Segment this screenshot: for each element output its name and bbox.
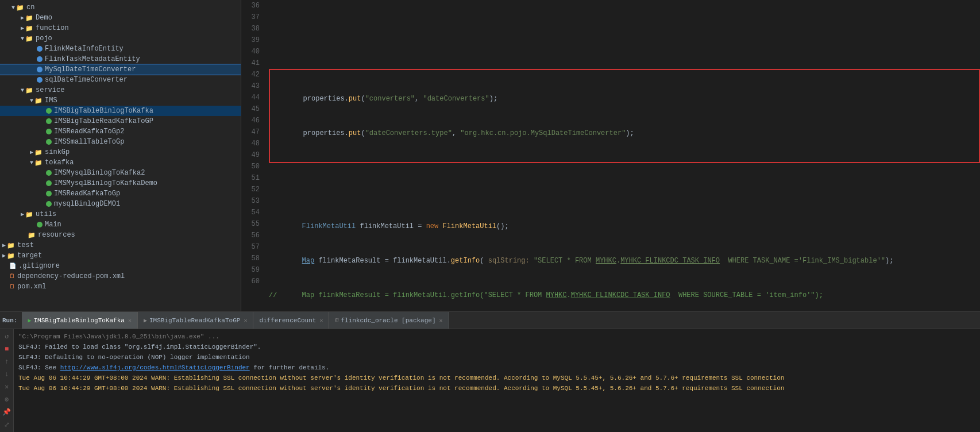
class-icon-ims-read-kafka-gp (46, 191, 52, 196)
tree-label-imsbig-binlog: IMSBigTableBinlogToKafka (54, 107, 153, 115)
tree-label-flinktaskmetadataentity: FlinkTaskMetadataEntity (45, 55, 140, 63)
scroll-up-button[interactable]: ↑ (2, 357, 12, 367)
tree-item-flinkmetainfoentity[interactable]: FlinkMetaInfoEntity (0, 44, 241, 54)
run-output-line-5: Tue Aug 06 10:44:29 GMT+08:00 2024 WARN:… (18, 383, 975, 394)
file-tree[interactable]: ▼ 📁 cn ▶ 📁 Demo ▶ 📁 function ▼ 📁 pojo (0, 0, 241, 311)
class-icon-ims-mysql-binlog-demo (46, 180, 52, 186)
class-icon-main (37, 222, 43, 227)
tab-close-4[interactable]: ✕ (439, 317, 443, 324)
code-line-40: FlinkMetaUtil flinkMetaUtil = new FlinkM… (269, 221, 980, 232)
class-icon-mysql-binlog-demo1 (46, 201, 52, 207)
line-numbers: 36 37 38 39 40 41 42 43 44 45 46 47 48 4… (241, 0, 264, 311)
tree-item-ims-small[interactable]: IMSSmallTableToGp (0, 137, 241, 147)
tree-item-function[interactable]: ▶ 📁 function (0, 23, 241, 33)
class-icon-mysqldatetimeconverter (37, 67, 43, 72)
class-icon-imsbig-read (46, 118, 52, 124)
class-icon-sqldatetimeconverter (37, 77, 43, 83)
rerun-button[interactable]: ↺ (2, 331, 12, 342)
tree-item-target[interactable]: ▶ 📁 target (0, 250, 241, 261)
folder-icon-cn: 📁 (16, 4, 24, 11)
settings-run-button[interactable]: ⚙ (2, 394, 12, 404)
run-icon-2: ▶ (144, 317, 147, 324)
tree-item-utils[interactable]: ▶ 📁 utils (0, 209, 241, 219)
tree-item-gitignore[interactable]: 📄 .gitignore (0, 261, 241, 271)
stop-button[interactable]: ■ (2, 344, 12, 354)
tree-item-mysql-binlog-demo1[interactable]: mysqlBinlogDEMO1 (0, 199, 241, 209)
expand-button[interactable]: ⤢ (2, 419, 12, 430)
tree-label-cn: cn (26, 3, 34, 11)
tree-item-main[interactable]: Main (0, 219, 241, 230)
tree-item-mysqldatetimeconverter[interactable]: MySqlDateTimeConverter (0, 64, 241, 75)
tree-item-ims-mysql-binlog-demo[interactable]: IMSMysqlBinlogToKafkaDemo (0, 178, 241, 188)
class-icon-ims-small (46, 139, 52, 145)
tab-ims-big-binlog[interactable]: ▶ IMSBigTableBinlogToKafka ✕ (22, 312, 138, 329)
tree-label-pom: pom.xml (17, 283, 46, 291)
tree-label-sinkgp: sinkGp (45, 148, 70, 156)
tree-item-service[interactable]: ▼ 📁 service (0, 85, 241, 95)
folder-icon-service: 📁 (25, 87, 33, 94)
arrow-demo: ▶ (21, 14, 24, 21)
tree-label-dep-pom: dependency-reduced-pom.xml (17, 272, 125, 280)
tree-item-tokafka[interactable]: ▼ 📁 tokafka (0, 157, 241, 168)
file-icon-pom: 🗒 (9, 283, 15, 290)
folder-icon-function: 📁 (25, 25, 33, 32)
tree-item-pojo[interactable]: ▼ 📁 pojo (0, 33, 241, 44)
run-output-line-2: SLF4J: Defaulting to no-operation (NOP) … (18, 352, 975, 362)
run-output: "C:\Program Files\Java\jdk1.8.0_251\bin\… (14, 329, 980, 432)
tab-diff-count[interactable]: differenceCount ✕ (253, 312, 329, 329)
tree-item-imsbig-read[interactable]: IMSBigTableReadKafkaToGP (0, 116, 241, 126)
folder-icon-utils: 📁 (25, 211, 33, 218)
class-icon-flinkmetainfoentity (37, 46, 43, 52)
tab-close-3[interactable]: ✕ (319, 317, 323, 324)
run-output-line-3: SLF4J: See http://www.slf4j.org/codes.ht… (18, 362, 975, 373)
code-line-39 (269, 186, 980, 198)
file-icon-dep-pom: 🗒 (9, 273, 15, 280)
tree-item-cn[interactable]: ▼ 📁 cn (0, 2, 241, 13)
tree-label-demo: Demo (36, 14, 52, 22)
arrow-function: ▶ (21, 25, 24, 32)
slf4j-link[interactable]: http://www.slf4j.org/codes.html#StaticLo… (60, 364, 250, 371)
folder-icon-target: 📁 (7, 252, 15, 260)
run-output-line-1: SLF4J: Failed to load class "org.slf4j.i… (18, 342, 975, 352)
tab-label-2: IMSBigTableReadKafkaToGP (149, 317, 240, 324)
folder-icon-sinkgp: 📁 (34, 149, 43, 156)
tree-label-test: test (17, 241, 34, 249)
tree-item-ims[interactable]: ▼ 📁 IMS (0, 95, 241, 106)
folder-icon-test: 📁 (7, 242, 15, 249)
arrow-pojo: ▼ (21, 36, 24, 42)
tree-label-gitignore: .gitignore (18, 262, 60, 270)
folder-icon-pojo: 📁 (25, 35, 33, 43)
tree-item-sinkgp[interactable]: ▶ 📁 sinkGp (0, 147, 241, 157)
tab-label-1: IMSBigTableBinlogToKafka (33, 317, 124, 324)
tree-item-resources[interactable]: 📁 resources (0, 230, 241, 240)
run-label: Run: (2, 317, 17, 324)
tree-item-flinktaskmetadataentity[interactable]: FlinkTaskMetadataEntity (0, 54, 241, 64)
tree-item-dep-pom[interactable]: 🗒 dependency-reduced-pom.xml (0, 271, 241, 281)
tree-item-ims-mysql-binlog2[interactable]: IMSMysqlBinlogToKafka2 (0, 168, 241, 178)
tree-item-imsbig-binlog[interactable]: IMSBigTableBinlogToKafka (0, 106, 241, 116)
tree-item-ims-read-kafka-gp[interactable]: IMSReadKafkaToGp (0, 188, 241, 199)
scroll-down-button[interactable]: ↓ (2, 369, 12, 380)
code-lines[interactable]: properties.put("converters", "dateConver… (264, 0, 980, 311)
folder-icon-demo: 📁 (25, 14, 33, 22)
tab-flinkcdc[interactable]: m flinkcdc_oracle [package] ✕ (329, 312, 449, 329)
tab-close-2[interactable]: ✕ (244, 317, 247, 324)
tree-label-resources: resources (38, 231, 75, 239)
tree-item-sqldatetimeconverter[interactable]: sqlDateTimeConverter (0, 75, 241, 85)
file-icon-gitignore: 📄 (9, 263, 16, 269)
close-run-button[interactable]: ✕ (2, 382, 12, 392)
tree-item-ims-read-gp2[interactable]: IMSReadKafkaToGp2 (0, 126, 241, 137)
tree-label-ims-small: IMSSmallTableToGp (54, 138, 124, 146)
pin-button[interactable]: 📌 (2, 407, 12, 417)
tab-close-1[interactable]: ✕ (128, 317, 132, 324)
run-output-line-4: Tue Aug 06 10:44:29 GMT+08:00 2024 WARN:… (18, 373, 975, 383)
tree-label-mysqldatetimeconverter: MySqlDateTimeConverter (45, 65, 136, 74)
tree-item-test[interactable]: ▶ 📁 test (0, 240, 241, 250)
run-tabs[interactable]: Run: ▶ IMSBigTableBinlogToKafka ✕ ▶ IMSB… (0, 311, 980, 329)
tree-item-demo[interactable]: ▶ 📁 Demo (0, 13, 241, 23)
tree-label-ims-read-kafka-gp: IMSReadKafkaToGp (54, 190, 120, 198)
run-side-toolbar[interactable]: ↺ ■ ↑ ↓ ✕ ⚙ 📌 ⤢ (0, 329, 14, 432)
class-icon-ims-mysql-binlog2 (46, 170, 52, 176)
tree-item-pom[interactable]: 🗒 pom.xml (0, 281, 241, 292)
tab-ims-big-read[interactable]: ▶ IMSBigTableReadKafkaToGP ✕ (138, 312, 254, 329)
